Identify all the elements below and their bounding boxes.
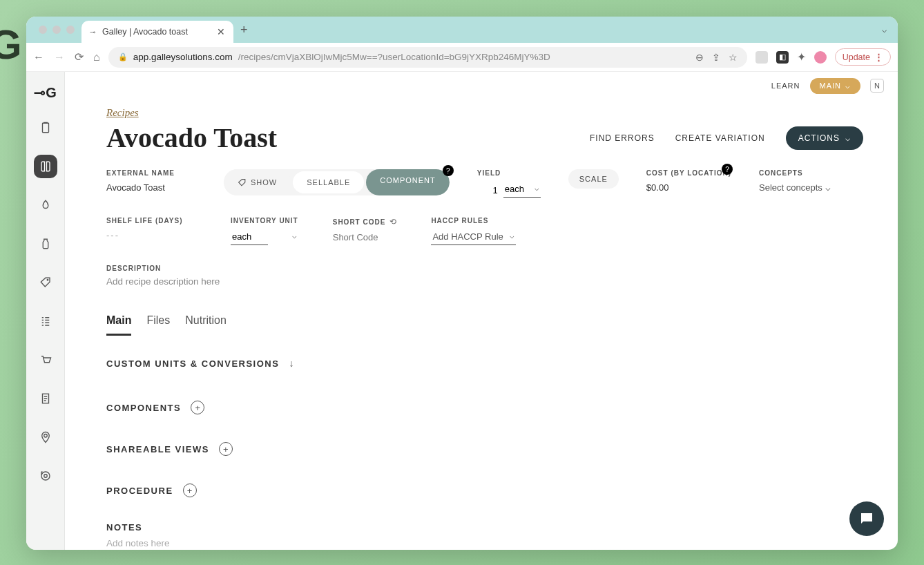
notes-section: NOTES Add notes here [106, 522, 863, 548]
tab-main[interactable]: Main [106, 314, 131, 336]
sellable-pill[interactable]: SELLABLE [293, 171, 364, 193]
short-code-input[interactable] [333, 232, 395, 242]
extension-icon-1[interactable] [755, 51, 768, 64]
sidebar-ingredient-icon[interactable] [34, 193, 57, 217]
tabs-dropdown-icon[interactable]: ⌵ [882, 25, 887, 35]
sync-icon[interactable]: ⟲ [389, 217, 396, 227]
url-domain: app.galleysolutions.com [133, 52, 233, 62]
sidebar-list-icon[interactable] [34, 309, 57, 333]
show-pill[interactable]: SHOW [224, 169, 291, 195]
inventory-unit-label: INVENTORY UNIT [231, 217, 298, 224]
shelf-life-value[interactable]: --- [106, 230, 196, 240]
close-tab-icon[interactable]: ✕ [217, 26, 225, 37]
svg-rect-0 [42, 123, 48, 133]
tab-nutrition[interactable]: Nutrition [185, 314, 227, 336]
description-input[interactable]: Add recipe description here [106, 276, 863, 287]
component-label: COMPONENT [380, 176, 436, 184]
app-container: ⊸G [26, 72, 898, 550]
address-bar[interactable]: 🔒 app.galleysolutions.com/recipes/cmVjaX… [108, 47, 747, 68]
help-badge-icon[interactable]: ? [443, 165, 454, 176]
extension-icon-2[interactable]: ◧ [776, 51, 789, 64]
sidebar: ⊸G [26, 72, 65, 550]
sidebar-cart-icon[interactable] [34, 348, 57, 372]
actions-button[interactable]: ACTIONS ⌵ [786, 126, 863, 150]
sidebar-recipes-icon[interactable] [34, 155, 57, 178]
procedure-section: PROCEDURE + [106, 483, 863, 497]
sidebar-bottle-icon[interactable] [34, 232, 57, 256]
external-name-value[interactable]: Avocado Toast [106, 182, 196, 193]
update-label: Update [843, 52, 870, 62]
chevron-down-icon: ⌵ [845, 82, 851, 90]
topbar: LEARN MAIN ⌵ N [65, 72, 898, 99]
sidebar-clipboard-icon[interactable] [34, 116, 57, 140]
browser-tab[interactable]: ⊸ Galley | Avocado toast ✕ [81, 21, 233, 43]
procedure-title: PROCEDURE [106, 486, 173, 496]
profile-avatar-icon[interactable] [814, 51, 827, 64]
app-logo[interactable]: ⊸G [34, 84, 57, 101]
new-tab-button[interactable]: + [233, 23, 255, 37]
help-badge-icon[interactable]: ? [722, 164, 733, 175]
add-shareable-icon[interactable]: + [219, 442, 233, 456]
haccp-label: HACCP RULES [431, 217, 515, 224]
add-procedure-icon[interactable]: + [183, 483, 197, 497]
add-component-icon[interactable]: + [191, 401, 204, 414]
lock-icon: 🔒 [118, 52, 128, 61]
content-tabs: Main Files Nutrition [106, 314, 863, 336]
zoom-icon[interactable]: ⊖ [695, 52, 704, 63]
background-logo: G [0, 21, 22, 68]
shelf-life-label: SHELF LIFE (DAYS) [106, 217, 196, 224]
tab-favicon: ⊸ [90, 28, 95, 36]
create-variation-link[interactable]: CREATE VARIATION [675, 133, 765, 143]
home-icon[interactable]: ⌂ [93, 51, 100, 64]
user-avatar[interactable]: N [870, 79, 884, 93]
extensions-puzzle-icon[interactable]: ✦ [797, 50, 806, 64]
custom-units-section: CUSTOM UNITS & CONVERSIONS ↓ [106, 358, 863, 369]
expand-down-icon[interactable]: ↓ [289, 358, 293, 369]
svg-point-4 [41, 472, 50, 480]
breadcrumb[interactable]: Recipes [106, 107, 139, 118]
notes-input[interactable]: Add notes here [106, 538, 863, 548]
minimize-window-icon[interactable] [52, 26, 61, 34]
yield-input[interactable] [477, 185, 498, 195]
update-button[interactable]: Update ⋮ [835, 48, 891, 66]
tab-strip: ⊸ Galley | Avocado toast ✕ + ⌵ [26, 17, 898, 43]
sidebar-serving-icon[interactable] [34, 464, 57, 488]
svg-point-3 [44, 434, 47, 438]
find-errors-link[interactable]: FIND ERRORS [590, 133, 655, 143]
back-icon[interactable]: ← [33, 51, 44, 64]
content: LEARN MAIN ⌵ N Recipes Avocado Toast FIN… [65, 72, 898, 550]
sidebar-document-icon[interactable] [34, 387, 57, 410]
sidebar-tag-icon[interactable] [34, 271, 57, 294]
svg-point-1 [47, 280, 48, 281]
short-code-label: SHORT CODE [333, 218, 386, 226]
component-pill[interactable]: COMPONENT [366, 169, 450, 195]
show-label: SHOW [251, 178, 277, 186]
haccp-select[interactable]: Add HACCP Rule [431, 230, 515, 245]
concepts-placeholder: Select concepts [759, 182, 822, 193]
cost-value: $0.00 [646, 182, 731, 193]
location-selector[interactable]: MAIN ⌵ [810, 78, 861, 94]
components-title: COMPONENTS [106, 403, 181, 413]
menu-dots-icon[interactable]: ⋮ [874, 52, 883, 62]
shareable-title: SHAREABLE VIEWS [106, 444, 209, 454]
share-icon[interactable]: ⇪ [712, 52, 720, 63]
scale-button[interactable]: SCALE [568, 169, 619, 189]
maximize-window-icon[interactable] [66, 26, 75, 34]
tab-files[interactable]: Files [146, 314, 170, 336]
bookmark-icon[interactable]: ☆ [729, 52, 738, 63]
browser-window: ⊸ Galley | Avocado toast ✕ + ⌵ ← → ⟳ ⌂ 🔒… [26, 17, 898, 550]
learn-link[interactable]: LEARN [771, 82, 800, 90]
tab-title: Galley | Avocado toast [102, 27, 188, 37]
notes-title: NOTES [106, 522, 863, 533]
window-controls[interactable] [36, 17, 81, 43]
chat-widget-icon[interactable] [849, 501, 884, 536]
sidebar-location-icon[interactable] [34, 425, 57, 449]
yield-unit-select[interactable]: each [503, 182, 541, 198]
shareable-views-section: SHAREABLE VIEWS + [106, 442, 863, 456]
reload-icon[interactable]: ⟳ [75, 50, 84, 64]
concepts-select[interactable]: Select concepts ⌵ [759, 182, 831, 193]
main-area: Recipes Avocado Toast FIND ERRORS CREATE… [65, 99, 898, 550]
inventory-unit-select[interactable]: each [231, 230, 268, 245]
close-window-icon[interactable] [39, 26, 47, 34]
forward-icon[interactable]: → [54, 51, 65, 64]
